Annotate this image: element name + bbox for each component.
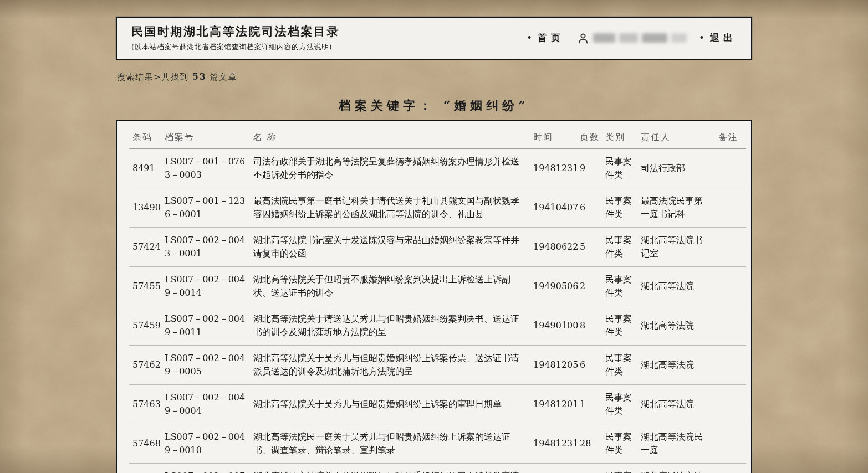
breadcrumb-prefix: 搜索结果>共找到 (117, 72, 192, 82)
cell-remark (715, 346, 746, 385)
cell-name[interactable]: 司法行政部关于湖北高等法院呈复薛德孝婚姻纠纷案办理情形并检送不起诉处分书的指令 (250, 149, 530, 188)
cell-date: 19481231 (530, 424, 576, 464)
cell-barcode: 57455 (129, 267, 161, 306)
cell-barcode: 57424 (129, 228, 161, 267)
table-row[interactable]: 13490 LS007－001－1236－0001 最高法院民事第一庭书记科关于… (129, 188, 746, 228)
cell-archive-no: LS007－001－1236－0001 (161, 188, 250, 228)
cell-archive-no: LS007－002－0049－0004 (161, 385, 250, 424)
cell-remark (715, 228, 746, 267)
cell-date: 19481231 (530, 149, 576, 188)
table-row[interactable]: 57463 LS007－002－0049－0004 湖北高等法院关于吴秀儿与但昭… (129, 385, 746, 424)
cell-archive-no: LS007－002－0049－0011 (161, 306, 250, 346)
breadcrumb: 搜索结果>共找到 53 篇文章 (117, 71, 752, 83)
site-title: 民国时期湖北高等法院司法档案目录 (131, 24, 340, 39)
cell-date: 19480622 (530, 228, 576, 267)
cell-responsible: 最高法院民事第一庭书记科 (637, 188, 715, 228)
cell-category: 民事案件类 (602, 267, 637, 306)
cell-category: 民事案件类 (602, 306, 637, 346)
cell-pages: 28 (576, 424, 602, 464)
cell-barcode: 13490 (129, 188, 161, 228)
col-header-pages: 页数 (576, 125, 602, 149)
cell-responsible: 湖北高等法院 (637, 346, 715, 385)
cell-remark (715, 385, 746, 424)
nav-logout: • 退出 (699, 32, 737, 44)
cell-category: 民事案件类 (602, 424, 637, 464)
cell-responsible: 湖北高等法院 (637, 306, 715, 346)
cell-remark (715, 464, 746, 473)
cell-name[interactable]: 湖北高等法院书记室关于发送陈汉容与宋品山婚姻纠纷案卷宗等件并请复审的公函 (250, 228, 530, 267)
cell-archive-no: LS007－002－0049－0005 (161, 346, 250, 385)
site-heading-block: 民国时期湖北高等法院司法档案目录 (以本站档案号赴湖北省档案馆查询档案详细内容的… (131, 24, 340, 52)
cell-remark (715, 149, 746, 188)
col-header-name: 名 称 (250, 125, 530, 149)
home-link[interactable]: 首页 (538, 32, 564, 44)
cell-pages: 6 (576, 188, 602, 228)
username-redacted (593, 33, 687, 43)
cell-responsible: 湖北高等法院 (637, 267, 715, 306)
user-icon (576, 32, 590, 45)
page-container: 民国时期湖北高等法院司法档案目录 (以本站档案号赴湖北省档案馆查询档案详细内容的… (116, 17, 752, 473)
results-table: 条码 档案号 名 称 时间 页数 类别 责任人 备注 8491 LS007－00… (129, 125, 746, 473)
cell-name[interactable]: 湖北高等法院民一庭关于吴秀儿与但昭贵婚姻纠纷上诉案的送达证书、调查笔录、辩论笔录… (250, 424, 530, 464)
cell-responsible: 湖北高等法院民一庭 (637, 424, 715, 464)
cell-responsible: 湖北麻城地方法院 (637, 464, 715, 473)
table-row[interactable]: 57459 LS007－002－0049－0011 湖北高等法院关于请送达吴秀儿… (129, 306, 746, 346)
col-header-archive-no: 档案号 (161, 125, 250, 149)
cell-date: 19490506 (530, 267, 576, 306)
table-row[interactable]: 8491 LS007－001－0763－0003 司法行政部关于湖北高等法院呈复… (129, 149, 746, 188)
table-row[interactable]: 57455 LS007－002－0049－0014 湖北高等法院关于但昭贵不服婚… (129, 267, 746, 306)
col-header-barcode: 条码 (129, 125, 161, 149)
bullet-icon: • (699, 33, 704, 43)
cell-category: 民事案件类 (602, 188, 637, 228)
cell-archive-no: LS007－001－0763－0003 (161, 149, 250, 188)
col-header-category: 类别 (602, 125, 637, 149)
nav-home: • 首页 (527, 32, 564, 44)
cell-category: 民事案件类 (602, 385, 637, 424)
cell-pages: 9 (576, 149, 602, 188)
cell-name[interactable]: 湖北高等法院关于请送达吴秀儿与但昭贵婚姻纠纷案判决书、送达证书的训令及湖北蒲圻地… (250, 306, 530, 346)
cell-archive-no: LS007－002－0043－0001 (161, 228, 250, 267)
cell-archive-no: LS007－002－0049－0010 (161, 424, 250, 464)
cell-pages: 5 (576, 228, 602, 267)
cell-remark (715, 424, 746, 464)
cell-pages: 2 (576, 267, 602, 306)
table-row[interactable]: 57468 LS007－002－0049－0010 湖北高等法院民一庭关于吴秀儿… (129, 424, 746, 464)
cell-remark (715, 188, 746, 228)
site-header: 民国时期湖北高等法院司法档案目录 (以本站档案号赴湖北省档案馆查询档案详细内容的… (116, 17, 752, 60)
cell-archive-no: LS007－002－0079－0001 (161, 464, 250, 473)
header-nav: • 首页 • 退出 (527, 32, 737, 45)
cell-date: 19410407 (530, 188, 576, 228)
logout-link[interactable]: 退出 (710, 32, 737, 44)
col-header-remark: 备注 (715, 125, 746, 149)
cell-barcode: 57459 (129, 306, 161, 346)
table-row[interactable]: 57424 LS007－002－0043－0001 湖北高等法院书记室关于发送陈… (129, 228, 746, 267)
bullet-icon: • (527, 33, 532, 43)
table-row[interactable]: 57624 LS007－002－0079－0001 湖北麻城地方法院关于检送周骐… (129, 464, 746, 473)
cell-category: 民事案件类 (602, 228, 637, 267)
cell-responsible: 湖北高等法院 (637, 385, 715, 424)
cell-barcode: 57463 (129, 385, 161, 424)
user-account (576, 32, 687, 45)
archive-lookup-help-link[interactable]: (以本站档案号赴湖北省档案馆查询档案详细内容的方法说明) (131, 42, 340, 52)
cell-date: 19481201 (530, 385, 576, 424)
cell-name[interactable]: 湖北高等法院关于吴秀儿与但昭贵婚姻纠纷上诉案的审理日期单 (250, 385, 530, 424)
cell-name[interactable]: 湖北高等法院关于但昭贵不服婚姻纠纷案判决提出上诉检送上诉副状、送达证书的训令 (250, 267, 530, 306)
cell-barcode: 57624 (129, 464, 161, 473)
cell-barcode: 57462 (129, 346, 161, 385)
cell-category: 民事案件类 (602, 346, 637, 385)
cell-pages: 8 (576, 306, 602, 346)
result-count: 53 (192, 71, 206, 82)
cell-remark (715, 306, 746, 346)
cell-category: 民事案件类 (602, 149, 637, 188)
cell-name[interactable]: 湖北高等法院关于吴秀儿与但昭贵婚姻纠纷上诉案传票、送达证书请派员送达的训令及湖北… (250, 346, 530, 385)
results-keyword-title: 档案关键字： “婚姻纠纷” (116, 97, 752, 114)
cell-name[interactable]: 最高法院民事第一庭书记科关于请代送关于礼山县熊文国与副状魏孝容因婚姻纠纷上诉案的… (250, 188, 530, 228)
col-header-responsible: 责任人 (637, 125, 715, 149)
cell-pages: 6 (576, 346, 602, 385)
cell-date: 19481205 (530, 346, 576, 385)
table-row[interactable]: 57462 LS007－002－0049－0005 湖北高等法院关于吴秀儿与但昭… (129, 346, 746, 385)
col-header-date: 时间 (530, 125, 576, 149)
cell-responsible: 湖北高等法院书记室 (637, 228, 715, 267)
cell-date: 19480805 (530, 464, 576, 473)
cell-name[interactable]: 湖北麻城地方法院关于检送周骐伢与叶花香婚姻纠纷案上诉状卷宗请核办的呈及最高法院的… (250, 464, 530, 473)
